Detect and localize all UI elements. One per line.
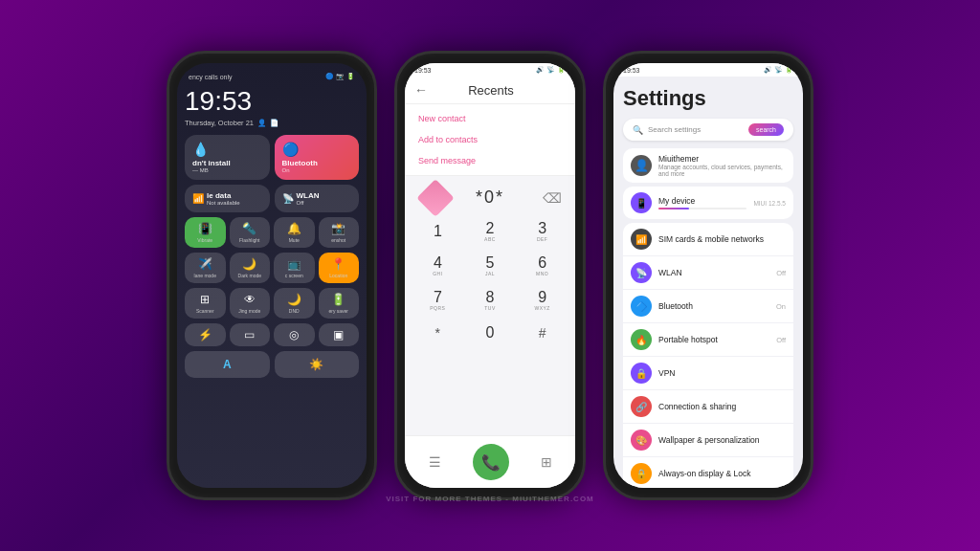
p2-title: Recents bbox=[435, 83, 566, 98]
search-icon: 🔍 bbox=[633, 125, 643, 135]
p1-grid-btn[interactable]: ▣ bbox=[319, 323, 360, 346]
p1-date: Thursday, October 21 👤 📄 bbox=[185, 119, 359, 127]
p3-settings-title: Settings bbox=[623, 86, 793, 111]
p3-vpn-row[interactable]: 🔒 VPN bbox=[623, 357, 793, 390]
p1-planemode-btn[interactable]: ✈️ lane mode bbox=[185, 253, 226, 283]
circle-icon: ◎ bbox=[289, 328, 299, 342]
dial-key-9[interactable]: 9WXYZ bbox=[517, 284, 568, 317]
wifi-icon: 📡 bbox=[282, 193, 294, 204]
p1-vibrate-btn[interactable]: 📳 Vibrate bbox=[185, 217, 226, 248]
p2-options: New contact Add to contacts Send message bbox=[405, 104, 575, 176]
p2-call-button[interactable]: 📞 bbox=[473, 444, 509, 480]
dial-key-5[interactable]: 5JAL bbox=[465, 250, 516, 282]
p1-flash-btn[interactable]: ⚡ bbox=[185, 323, 226, 346]
battery-icon: 🔋 bbox=[331, 293, 345, 306]
connection-icon: 🔗 bbox=[631, 396, 652, 417]
p1-bluetooth-tile[interactable]: 🔵 Bluetooth On bbox=[275, 135, 360, 180]
p3-settings-content: Settings 🔍 Search settings search 👤 bbox=[613, 77, 803, 488]
scanner-icon: ⊞ bbox=[200, 293, 210, 306]
p3-user-card: 👤 Miuithemer Manage accounts, cloud serv… bbox=[623, 148, 793, 183]
p3-search-button[interactable]: search bbox=[748, 123, 784, 136]
dial-key-6[interactable]: 6MNO bbox=[517, 250, 568, 282]
dial-key-2[interactable]: 2ABC bbox=[465, 215, 516, 248]
p3-hotspot-info: Portable hotspot bbox=[658, 335, 769, 344]
diamond-decoration bbox=[416, 179, 455, 217]
p1-circle-btn[interactable]: ◎ bbox=[274, 323, 315, 346]
mute-icon: 🔔 bbox=[287, 222, 301, 235]
dial-key-1[interactable]: 1 bbox=[412, 215, 463, 248]
p1-wlan-tile[interactable]: 📡 WLAN Off bbox=[275, 185, 360, 212]
phone-dialer: 19:53 🔊 📡 🔋 ← Recents New contact Add to… bbox=[394, 51, 586, 500]
p2-send-message[interactable]: Send message bbox=[405, 150, 575, 171]
p1-icon-row1: 📳 Vibrate 🔦 Flashlight 🔔 Mute 📸 enshot bbox=[185, 217, 359, 248]
phone-settings: 19:53 🔊 📡 🔋 Settings 🔍 Search settings s… bbox=[603, 51, 813, 500]
p3-user-row[interactable]: 👤 Miuithemer Manage accounts, cloud serv… bbox=[623, 148, 793, 183]
location-icon: 📍 bbox=[331, 257, 345, 271]
screen-icon: ▭ bbox=[244, 328, 255, 342]
p1-dnd-btn[interactable]: 🌙 DND bbox=[274, 288, 315, 319]
p2-menu-icon[interactable]: ☰ bbox=[429, 454, 441, 470]
p2-grid-icon[interactable]: ⊞ bbox=[541, 454, 552, 470]
dial-key-star[interactable]: * bbox=[412, 319, 463, 347]
lockscreen-icon: 🔒 bbox=[631, 463, 652, 484]
flashlight-icon: 🔦 bbox=[242, 222, 256, 235]
p1-water-tile[interactable]: 💧 dn't install — MB bbox=[185, 135, 270, 180]
dnd-icon: 🌙 bbox=[287, 293, 301, 306]
flash-icon: ⚡ bbox=[198, 328, 212, 342]
p3-sim-info: SIM cards & mobile networks bbox=[658, 234, 786, 244]
p3-mydevice-row[interactable]: 📱 My device MIUI 12.5.5 bbox=[623, 187, 793, 219]
p1-batterysaver-btn[interactable]: 🔋 ery saver bbox=[319, 288, 360, 319]
p3-search-placeholder: Search settings bbox=[648, 125, 744, 134]
p2-dial-row-3: 7PQRS 8TUV 9WXYZ bbox=[412, 284, 568, 317]
bluetooth-icon: 🔵 bbox=[282, 142, 352, 157]
p2-number: *0* bbox=[476, 187, 504, 208]
p2-status-bar: 19:53 🔊 📡 🔋 bbox=[405, 63, 575, 77]
sim-icon: 📶 bbox=[631, 229, 652, 250]
p1-status-bar: ency calls only 🔵 📷 🔋 bbox=[185, 71, 359, 82]
dial-key-4[interactable]: 4GHI bbox=[412, 250, 463, 282]
p2-dial-row-1: 1 2ABC 3DEF bbox=[412, 215, 568, 248]
water-sub: — MB bbox=[192, 167, 262, 173]
p1-bottom-bar: A ☀️ bbox=[185, 351, 359, 378]
p1-screen-btn[interactable]: ▭ bbox=[230, 323, 271, 346]
p2-add-contacts[interactable]: Add to contacts bbox=[405, 129, 575, 150]
p2-new-contact[interactable]: New contact bbox=[405, 108, 575, 129]
p1-scanner-btn[interactable]: ⊞ Scanner bbox=[185, 288, 226, 319]
p1-jingmode-btn[interactable]: 👁 Jing mode bbox=[230, 288, 271, 319]
dial-key-7[interactable]: 7PQRS bbox=[412, 284, 463, 317]
p1-mute-btn[interactable]: 🔔 Mute bbox=[274, 217, 315, 248]
p1-a-btn[interactable]: A bbox=[185, 351, 270, 378]
p3-bluetooth-row[interactable]: 🔷 Bluetooth On bbox=[623, 290, 793, 323]
p1-location-btn[interactable]: 📍 Location bbox=[319, 253, 360, 283]
p1-screenshot-btn[interactable]: 📸 enshot bbox=[319, 217, 360, 248]
p1-darkmode-btn[interactable]: 🌙 Dark mode bbox=[230, 253, 271, 283]
bluetooth-settings-icon: 🔷 bbox=[631, 296, 652, 317]
back-button[interactable]: ← bbox=[414, 82, 428, 98]
p3-lockscreen-row[interactable]: 🔒 Always-on display & Lock bbox=[623, 457, 793, 488]
jing-icon: 👁 bbox=[244, 293, 256, 306]
p1-cscreen-btn[interactable]: 📺 c screen bbox=[274, 253, 315, 283]
device-icon: 📱 bbox=[631, 192, 652, 213]
p3-sim-row[interactable]: 📶 SIM cards & mobile networks bbox=[623, 223, 793, 256]
hotspot-icon: 🔥 bbox=[631, 329, 652, 350]
p1-flashlight-btn[interactable]: 🔦 Flashlight bbox=[230, 217, 271, 248]
dial-key-hash[interactable]: # bbox=[517, 319, 568, 347]
p3-wlan-row[interactable]: 📡 WLAN Off bbox=[623, 256, 793, 290]
dial-key-3[interactable]: 3DEF bbox=[517, 215, 568, 248]
dial-key-0[interactable]: 0 bbox=[465, 319, 516, 347]
p1-brightness-btn[interactable]: ☀️ bbox=[275, 351, 360, 378]
dial-key-8[interactable]: 8TUV bbox=[465, 284, 516, 317]
p3-time: 19:53 bbox=[623, 67, 640, 74]
p1-data-tile[interactable]: 📶 le data Not available bbox=[185, 185, 270, 212]
backspace-button[interactable]: ⌫ bbox=[543, 190, 562, 206]
p3-hotspot-row[interactable]: 🔥 Portable hotspot Off bbox=[623, 323, 793, 357]
p3-connection-row[interactable]: 🔗 Connection & sharing bbox=[623, 390, 793, 424]
phone-icon: 📞 bbox=[481, 453, 501, 472]
p3-wallpaper-row[interactable]: 🎨 Wallpaper & personalization bbox=[623, 424, 793, 457]
screenshot-icon: 📸 bbox=[331, 222, 345, 235]
p2-status-icons: 🔊 📡 🔋 bbox=[536, 66, 566, 74]
p3-bluetooth-info: Bluetooth bbox=[658, 301, 769, 311]
p3-storage-fill bbox=[658, 208, 689, 209]
p3-search-bar[interactable]: 🔍 Search settings search bbox=[623, 119, 793, 141]
wallpaper-icon: 🎨 bbox=[631, 430, 652, 451]
